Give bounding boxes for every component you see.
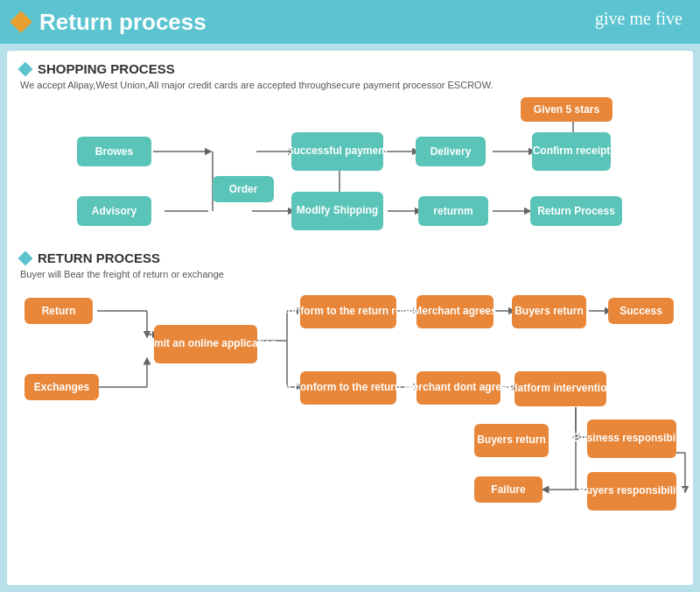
return-desc: Buyer will Bear the freight of return or…: [20, 269, 680, 279]
header-diamond-icon: [10, 11, 32, 32]
shopping-section-title: SHOPPING PROCESS: [20, 61, 680, 76]
platform-intervention-box: Platform intervention: [514, 371, 606, 406]
merchant-dont-agrees-box: Merchant dont agrees: [416, 371, 500, 405]
shopping-flow: Browes Order Advisory Modify Shipping Su…: [20, 97, 680, 250]
page-header: Return process give me five: [0, 0, 700, 44]
buyers-return-1-box: Buyers return: [512, 295, 586, 328]
confirm-receipt-box: Confirm receipt: [532, 132, 611, 171]
return-section-title: RETURN PROCESS: [20, 250, 680, 265]
returnm-box: returnm: [418, 196, 488, 226]
shopping-diamond-icon: [18, 61, 33, 76]
header-logo: give me five: [595, 9, 682, 29]
return-box: Return: [24, 298, 93, 324]
main-content: SHOPPING PROCESS We accept Alipay,West U…: [7, 51, 693, 585]
buyers-return-2-box: Buyers return: [474, 424, 549, 457]
return-process-box: Return Process: [530, 196, 622, 226]
buyers-responsibility-box: Buyers responsibility: [587, 472, 676, 511]
advisory-box: Advisory: [77, 196, 151, 226]
given-5-stars-box: Given 5 stars: [521, 97, 612, 122]
conform-rules-box: Conform to the return rules: [300, 295, 396, 328]
exchanges-box: Exchanges: [24, 374, 99, 400]
failure-box: Failure: [474, 476, 542, 503]
successful-payment-box: Successful payment: [291, 132, 383, 171]
delivery-box: Delivery: [416, 137, 486, 166]
merchant-agrees-box: Merchant agrees: [416, 295, 494, 328]
return-diamond-icon: [18, 250, 33, 265]
page-title: Return process: [39, 9, 206, 36]
shopping-desc: We accept Alipay,West Union,All major cr…: [20, 80, 680, 90]
browes-box: Browes: [77, 137, 151, 166]
success-box: Success: [608, 298, 674, 324]
business-responsibility-box: Business responsibility: [587, 419, 676, 458]
modify-shipping-box: Modify Shipping: [291, 192, 383, 230]
submit-online-box: Submit an online application: [154, 325, 257, 363]
return-flow: Return Exchanges Submit an online applic…: [20, 286, 680, 532]
dont-conform-rules-box: Dont conform to the return rules: [300, 371, 396, 405]
order-box: Order: [213, 176, 274, 202]
